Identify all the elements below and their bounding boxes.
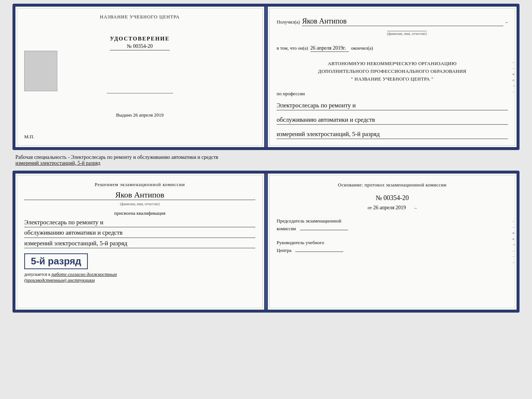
bottom-right-page: – – и а ← – – – Основание: протокол экза… <box>268 174 517 310</box>
profession-line3: измерений электростанций, 5-й разряд <box>277 130 508 139</box>
resheniem-label: Решением экзаменационной комиссии <box>24 181 255 189</box>
razryad-text: 5-й разряд <box>31 256 81 267</box>
udostoverenie-number: № 00354-20 <box>110 43 170 50</box>
side-markers-bottom: – – и а ← – – – <box>513 219 516 264</box>
org-line2: ДОПОЛНИТЕЛЬНОГО ПРОФЕССИОНАЛЬНОГО ОБРАЗО… <box>277 68 508 75</box>
okonchil-label: окончил(а) <box>351 45 373 51</box>
vydano-line: Выдано 26 апреля 2019 <box>116 112 163 118</box>
bottom-left-page: Решением экзаменационной комиссии Яков А… <box>15 174 264 310</box>
label-text2: измерений электростанций, 5-й разряд <box>15 160 517 166</box>
fio-label-bottom: (фамилия, имя, отчество) <box>120 202 160 206</box>
dopuskaetsya-block: допускается к работе согласно должностны… <box>24 271 255 283</box>
label-text: Рабочая специальность - Электрослесарь п… <box>15 154 517 160</box>
fio-label-top: (фамилия, имя, отчество) <box>387 31 427 36</box>
training-center-title: НАЗВАНИЕ УЧЕБНОГО ЦЕНТРА <box>100 14 180 20</box>
dopuskaetsya-text2: (производственным) инструкциям <box>24 277 95 283</box>
top-right-page: – – и а ← – Получил(а) Яков Антипов – (ф… <box>268 7 517 147</box>
predsedatel-label2: комиссии <box>277 226 296 231</box>
vtom-line: в том, что он(а) 26 апреля 2019г. окончи… <box>277 45 508 52</box>
book-spine-top <box>265 7 267 147</box>
book-spine-bottom <box>265 174 267 310</box>
label-between: Рабочая специальность - Электрослесарь п… <box>12 154 520 167</box>
prisvoena-label: присвоена квалификация <box>24 210 255 216</box>
predsedatel-signature-line <box>300 230 348 230</box>
udostoverenie-block: УДОСТОВЕРЕНИЕ № 00354-20 <box>110 36 170 50</box>
received-label: Получил(а) <box>277 19 300 25</box>
recipient-line: Получил(а) Яков Антипов – <box>277 17 508 26</box>
predsedatel-block: Председатель экзаменационной комиссии Ру… <box>277 217 508 254</box>
qualification-line3: измерений электростанций, 5-й разряд <box>24 239 255 249</box>
ot-line: от 26 апреля 2019 – <box>277 205 508 211</box>
udostoverenie-title: УДОСТОВЕРЕНИЕ <box>110 36 170 42</box>
rukovoditel-signature-line <box>295 252 343 252</box>
osnovanie-label: Основание: протокол экзаменационной коми… <box>277 181 508 189</box>
top-left-page: НАЗВАНИЕ УЧЕБНОГО ЦЕНТРА УДОСТОВЕРЕНИЕ №… <box>15 7 264 147</box>
qualification-line2: обслуживанию автоматики и средств <box>24 228 255 238</box>
org-quote: " НАЗВАНИЕ УЧЕБНОГО ЦЕНТРА " <box>277 75 508 83</box>
org-line1: АВТОНОМНУЮ НЕКОММЕРЧЕСКУЮ ОРГАНИЗАЦИЮ <box>277 60 508 68</box>
vtom-label: в том, что он(а) <box>277 45 308 51</box>
dopuskaetsya-text: работе согласно должностным <box>51 271 117 277</box>
photo-placeholder <box>24 51 57 91</box>
qualification-line1: Электрослесарь по ремонту и <box>24 218 255 228</box>
side-markers: – – и а ← – <box>513 60 516 93</box>
rukovoditel-label2: Центра <box>277 247 291 253</box>
profession-line2: обслуживанию автоматики и средств <box>277 115 508 125</box>
bottom-document-book: Решением экзаменационной комиссии Яков А… <box>12 171 520 313</box>
vtom-date: 26 апреля 2019г. <box>310 45 349 52</box>
dopuskaetsya-label: допускается к <box>24 272 50 277</box>
predsedatel-label: Председатель экзаменационной <box>277 218 341 224</box>
ot-date: 26 апреля 2019 <box>373 205 406 210</box>
recipient-name: Яков Антипов <box>302 17 503 26</box>
rukovoditel-label: Руководитель учебного <box>277 240 324 245</box>
razryad-badge: 5-й разряд <box>24 253 88 269</box>
bottom-name: Яков Антипов <box>24 190 255 200</box>
po-professii-label: по профессии <box>277 91 508 97</box>
profession-line1: Электрослесарь по ремонту и <box>277 101 508 110</box>
protocol-number: № 00354-20 <box>277 194 508 202</box>
mp-label: М.П. <box>24 134 34 140</box>
ot-label: от <box>367 205 372 210</box>
top-document-book: НАЗВАНИЕ УЧЕБНОГО ЦЕНТРА УДОСТОВЕРЕНИЕ №… <box>12 4 520 150</box>
org-block: АВТОНОМНУЮ НЕКОММЕРЧЕСКУЮ ОРГАНИЗАЦИЮ ДО… <box>277 60 508 83</box>
